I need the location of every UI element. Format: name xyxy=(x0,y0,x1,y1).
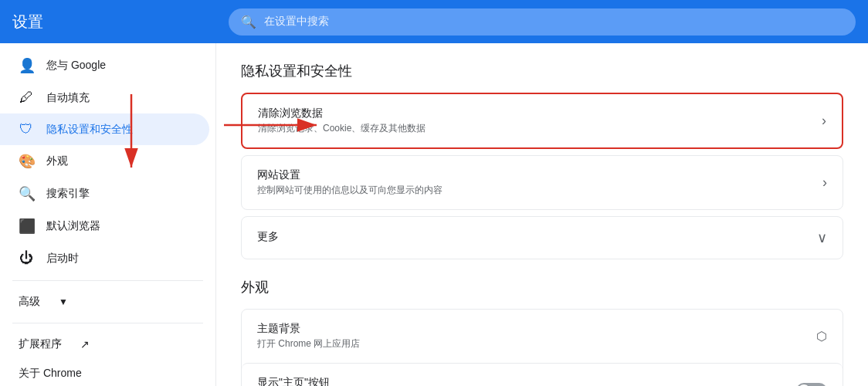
page-title: 设置 xyxy=(12,12,43,32)
homepage-item[interactable]: 显示"主页"按钮 已停用 xyxy=(242,363,843,386)
search-bar[interactable]: 🔍 在设置中搜索 xyxy=(229,8,856,36)
sidebar: 👤 您与 Google 🖊 自动填充 🛡 隐私设置和安全性 🎨 外观 🔍 搜索引… xyxy=(0,43,216,386)
theme-text: 主题背景 打开 Chrome 网上应用店 xyxy=(257,322,360,350)
sidebar-item-about[interactable]: 关于 Chrome xyxy=(0,359,215,386)
chevron-down-icon: ▼ xyxy=(59,296,68,307)
privacy-section: 隐私设置和安全性 清除浏览数据 清除浏览记录、Cookie、缓存及其他数据 › … xyxy=(241,62,843,259)
site-settings-title: 网站设置 xyxy=(257,168,442,182)
site-settings-item[interactable]: 网站设置 控制网站可使用的信息以及可向您显示的内容 › xyxy=(242,156,843,209)
external-link-icon: ↗ xyxy=(80,338,90,350)
sidebar-divider xyxy=(12,280,203,281)
search-placeholder: 在设置中搜索 xyxy=(264,15,329,29)
sidebar-item-privacy[interactable]: 🛡 隐私设置和安全性 xyxy=(0,113,209,145)
sidebar-item-browser[interactable]: ⬛ 默认浏览器 xyxy=(0,210,209,242)
privacy-section-title: 隐私设置和安全性 xyxy=(241,62,843,80)
sidebar-label-browser: 默认浏览器 xyxy=(46,219,100,233)
autofill-icon: 🖊 xyxy=(19,90,34,106)
sidebar-label-extensions: 扩展程序 xyxy=(19,337,62,351)
sidebar-label-startup: 启动时 xyxy=(46,252,79,266)
content-area: 隐私设置和安全性 清除浏览数据 清除浏览记录、Cookie、缓存及其他数据 › … xyxy=(216,43,868,386)
clear-browsing-text: 清除浏览数据 清除浏览记录、Cookie、缓存及其他数据 xyxy=(258,107,426,135)
person-icon: 👤 xyxy=(19,57,34,74)
sidebar-label-about: 关于 Chrome xyxy=(19,367,82,381)
homepage-text: 显示"主页"按钮 已停用 xyxy=(257,376,330,386)
theme-subtitle: 打开 Chrome 网上应用店 xyxy=(257,337,360,350)
site-settings-text: 网站设置 控制网站可使用的信息以及可向您显示的内容 xyxy=(257,168,442,197)
theme-title: 主题背景 xyxy=(257,322,360,336)
clear-browsing-card: 清除浏览数据 清除浏览记录、Cookie、缓存及其他数据 › xyxy=(241,93,843,149)
homepage-toggle[interactable] xyxy=(796,383,827,387)
site-settings-subtitle: 控制网站可使用的信息以及可向您显示的内容 xyxy=(257,184,442,197)
more-title: 更多 xyxy=(257,230,279,244)
chevron-right-icon: › xyxy=(822,113,826,129)
sidebar-label-autofill: 自动填充 xyxy=(46,91,90,105)
header: 设置 🔍 在设置中搜索 xyxy=(0,0,868,43)
sidebar-item-advanced[interactable]: 高级 ▼ xyxy=(0,287,215,317)
power-icon: ⏻ xyxy=(19,250,34,266)
chevron-down-expand-icon: ∨ xyxy=(817,229,827,246)
sidebar-item-extensions[interactable]: 扩展程序 ↗ xyxy=(0,330,215,359)
more-text: 更多 xyxy=(257,230,279,245)
search-icon: 🔍 xyxy=(241,15,256,29)
sidebar-label-search: 搜索引擎 xyxy=(46,187,90,201)
more-card: 更多 ∨ xyxy=(241,216,843,259)
sidebar-item-autofill[interactable]: 🖊 自动填充 xyxy=(0,82,209,113)
theme-item[interactable]: 主题背景 打开 Chrome 网上应用店 ⬡ xyxy=(242,310,843,363)
sidebar-label-appearance: 外观 xyxy=(46,154,68,168)
external-link-icon-2: ⬡ xyxy=(816,329,827,344)
more-item[interactable]: 更多 ∨ xyxy=(242,217,843,259)
clear-browsing-subtitle: 清除浏览记录、Cookie、缓存及其他数据 xyxy=(258,122,426,135)
sidebar-item-google[interactable]: 👤 您与 Google xyxy=(0,49,209,82)
browser-icon: ⬛ xyxy=(19,218,34,235)
chevron-right-icon-2: › xyxy=(822,174,827,191)
sidebar-item-search[interactable]: 🔍 搜索引擎 xyxy=(0,178,209,210)
main-wrapper: 👤 您与 Google 🖊 自动填充 🛡 隐私设置和安全性 🎨 外观 🔍 搜索引… xyxy=(0,43,868,386)
appearance-section: 外观 主题背景 打开 Chrome 网上应用店 ⬡ 显示"主页"按钮 已停用 xyxy=(241,278,843,386)
palette-icon: 🎨 xyxy=(19,153,34,170)
clear-browsing-title: 清除浏览数据 xyxy=(258,107,426,120)
header-left: 设置 xyxy=(12,12,229,32)
sidebar-item-startup[interactable]: ⏻ 启动时 xyxy=(0,242,209,274)
search-engine-icon: 🔍 xyxy=(19,185,34,202)
site-settings-card: 网站设置 控制网站可使用的信息以及可向您显示的内容 › xyxy=(241,155,843,210)
sidebar-item-appearance[interactable]: 🎨 外观 xyxy=(0,145,209,178)
clear-browsing-item[interactable]: 清除浏览数据 清除浏览记录、Cookie、缓存及其他数据 › xyxy=(242,94,842,147)
sidebar-label-advanced: 高级 xyxy=(19,295,40,309)
appearance-section-title: 外观 xyxy=(241,278,843,296)
sidebar-divider-2 xyxy=(12,323,203,323)
shield-icon: 🛡 xyxy=(19,121,34,137)
theme-card: 主题背景 打开 Chrome 网上应用店 ⬡ 显示"主页"按钮 已停用 xyxy=(241,309,843,386)
sidebar-label-google: 您与 Google xyxy=(46,59,106,73)
sidebar-label-privacy: 隐私设置和安全性 xyxy=(46,123,133,137)
homepage-title: 显示"主页"按钮 xyxy=(257,376,330,386)
